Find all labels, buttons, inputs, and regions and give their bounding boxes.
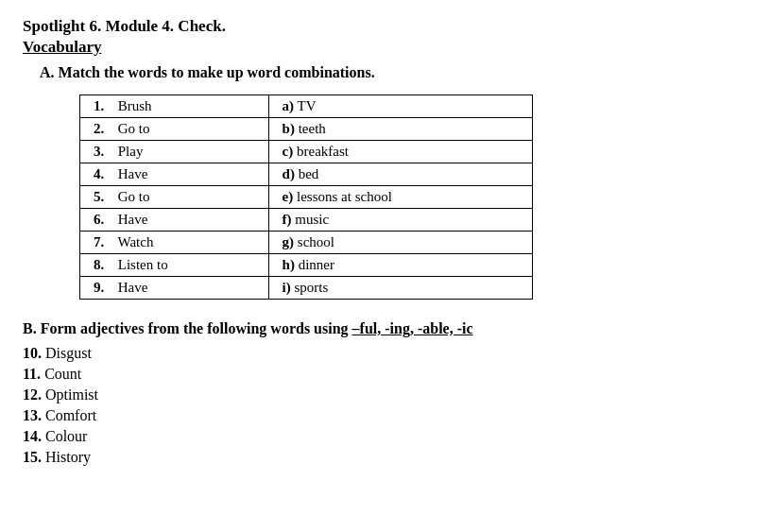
- list-item: 15. History: [23, 449, 748, 466]
- right-letter: e): [283, 189, 294, 204]
- right-letter: i): [283, 280, 291, 295]
- table-row: 7. Watchg) school: [80, 232, 533, 254]
- table-row: 2. Go tob) teeth: [80, 118, 533, 141]
- right-cell: c) breakfast: [268, 141, 532, 163]
- right-letter: g): [283, 234, 295, 249]
- page-title: Spotlight 6. Module 4. Check.: [23, 17, 748, 36]
- table-row: 3. Playc) breakfast: [80, 141, 533, 163]
- left-num: 6.: [94, 212, 114, 228]
- right-letter: f): [283, 212, 292, 227]
- vocabulary-label: Vocabulary: [23, 38, 748, 57]
- list-item: 13. Comfort: [23, 407, 748, 424]
- left-cell: 3. Play: [80, 141, 269, 163]
- left-num: 8.: [94, 257, 114, 273]
- right-cell: g) school: [268, 232, 532, 254]
- list-item: 11. Count: [23, 366, 748, 383]
- right-letter: c): [283, 144, 294, 159]
- table-row: 6. Havef) music: [80, 209, 533, 232]
- right-letter: b): [283, 121, 295, 136]
- left-num: 1.: [94, 98, 114, 114]
- right-letter: d): [283, 166, 295, 181]
- right-cell: h) dinner: [268, 254, 532, 277]
- left-num: 5.: [94, 189, 114, 205]
- left-cell: 2. Go to: [80, 118, 269, 141]
- right-cell: d) bed: [268, 163, 532, 186]
- list-item-num: 13.: [23, 407, 42, 423]
- right-cell: f) music: [268, 209, 532, 232]
- left-num: 7.: [94, 234, 114, 250]
- right-cell: e) lessons at school: [268, 186, 532, 209]
- right-cell: b) teeth: [268, 118, 532, 141]
- table-wrapper: 1. Brusha) TV2. Go tob) teeth3. Playc) b…: [79, 94, 748, 300]
- right-cell: a) TV: [268, 95, 532, 118]
- table-row: 8. Listen toh) dinner: [80, 254, 533, 277]
- section-b-suffixes: –ful, -ing, -able, -ic: [352, 320, 473, 336]
- left-cell: 9. Have: [80, 277, 269, 300]
- right-letter: h): [283, 257, 295, 272]
- left-num: 4.: [94, 166, 114, 182]
- table-row: 5. Go toe) lessons at school: [80, 186, 533, 209]
- section-b-instruction-prefix: B. Form adjectives from the following wo…: [23, 320, 352, 336]
- list-item-num: 10.: [23, 345, 42, 361]
- word-list: 10. Disgust11. Count12. Optimist13. Comf…: [23, 345, 748, 466]
- match-table: 1. Brusha) TV2. Go tob) teeth3. Playc) b…: [79, 94, 533, 300]
- list-item: 14. Colour: [23, 428, 748, 445]
- left-cell: 1. Brush: [80, 95, 269, 118]
- left-cell: 7. Watch: [80, 232, 269, 254]
- list-item-num: 15.: [23, 449, 42, 465]
- left-cell: 8. Listen to: [80, 254, 269, 277]
- right-letter: a): [283, 98, 295, 113]
- left-cell: 5. Go to: [80, 186, 269, 209]
- list-item-num: 11.: [23, 366, 41, 382]
- table-row: 4. Haved) bed: [80, 163, 533, 186]
- left-cell: 4. Have: [80, 163, 269, 186]
- table-row: 9. Havei) sports: [80, 277, 533, 300]
- list-item-num: 14.: [23, 428, 42, 444]
- right-cell: i) sports: [268, 277, 532, 300]
- section-a-header: A. Match the words to make up word combi…: [40, 64, 748, 81]
- left-num: 3.: [94, 144, 114, 160]
- list-item: 10. Disgust: [23, 345, 748, 362]
- list-item-num: 12.: [23, 386, 42, 403]
- table-row: 1. Brusha) TV: [80, 95, 533, 118]
- section-b-header: B. Form adjectives from the following wo…: [23, 320, 748, 337]
- list-item: 12. Optimist: [23, 386, 748, 403]
- left-num: 9.: [94, 280, 114, 296]
- left-num: 2.: [94, 121, 114, 137]
- left-cell: 6. Have: [80, 209, 269, 232]
